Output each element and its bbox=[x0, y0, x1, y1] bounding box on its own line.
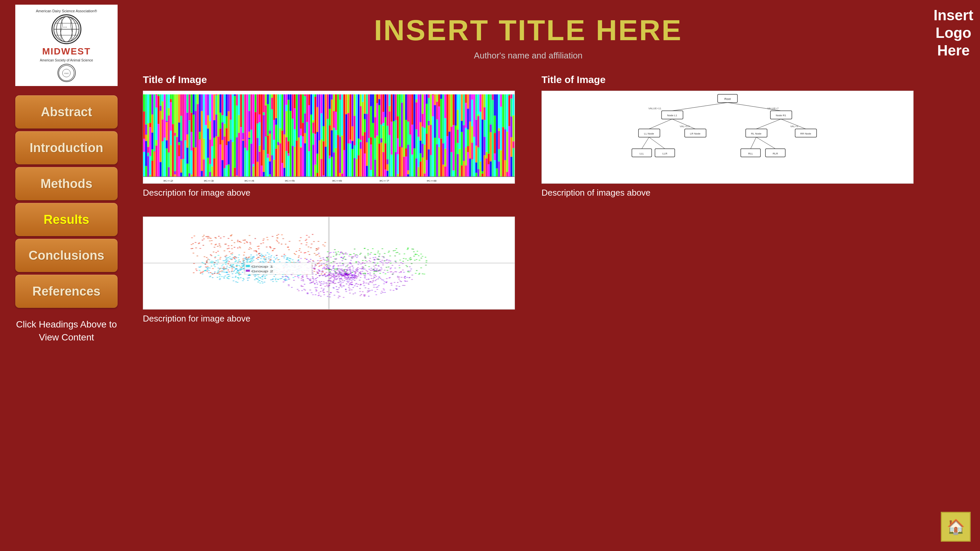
globe-icon: ★★★ bbox=[51, 14, 81, 44]
svg-text:LR Node: LR Node bbox=[690, 132, 701, 135]
svg-line-14 bbox=[672, 103, 727, 111]
logo-bottom-text: American Society of Animal Science bbox=[36, 58, 97, 62]
svg-text:LLR: LLR bbox=[662, 152, 667, 155]
nav-btn-methods[interactable]: Methods bbox=[15, 167, 118, 200]
svg-line-32 bbox=[642, 137, 649, 149]
image-description-3: Description for image above bbox=[143, 314, 515, 324]
svg-text:LL Node: LL Node bbox=[644, 132, 654, 135]
svg-text:VALUE=7: VALUE=7 bbox=[767, 107, 779, 110]
image-section-2: Title of Image Root Node L1 Node R1 bbox=[541, 74, 913, 198]
svg-text:RLR: RLR bbox=[773, 152, 778, 155]
image-section-1: Title of Image Description for image abo… bbox=[143, 74, 515, 198]
images-grid: Title of Image Description for image abo… bbox=[143, 74, 913, 324]
page-title: INSERT TITLE HERE bbox=[143, 13, 913, 47]
home-button[interactable]: 🏠 bbox=[941, 512, 971, 542]
author-affiliation: Author's name and affiliation bbox=[143, 51, 913, 61]
svg-line-26 bbox=[756, 119, 781, 129]
small-circle-logo: ASAS bbox=[57, 64, 76, 82]
nav-btn-conclusions[interactable]: Conclusions bbox=[15, 239, 118, 272]
svg-line-20 bbox=[649, 119, 672, 129]
image-placeholder-2: Root Node L1 Node R1 LL Node LR Nod bbox=[541, 91, 913, 184]
click-hint: Click Headings Above to View Content bbox=[15, 318, 118, 344]
svg-line-38 bbox=[751, 137, 756, 149]
svg-text:Root: Root bbox=[724, 97, 731, 101]
svg-text:Node L1: Node L1 bbox=[667, 114, 677, 117]
sidebar: American Dairy Science Association® ★★★ … bbox=[15, 5, 118, 344]
svg-text:RLL: RLL bbox=[748, 152, 753, 155]
svg-text:★★★: ★★★ bbox=[63, 26, 67, 28]
nav-btn-references[interactable]: References bbox=[15, 275, 118, 308]
image-description-1: Description for image above bbox=[143, 187, 515, 198]
svg-text:LLL: LLL bbox=[640, 152, 644, 155]
svg-text:Node R1: Node R1 bbox=[776, 114, 786, 117]
svg-text:RL Node: RL Node bbox=[751, 132, 762, 135]
logo-midwest-text: MIDWEST bbox=[36, 46, 97, 57]
home-icon: 🏠 bbox=[947, 518, 965, 535]
logo-top-text: American Dairy Science Association® bbox=[36, 9, 97, 13]
image-placeholder-3 bbox=[143, 216, 515, 310]
svg-text:RR Node: RR Node bbox=[800, 132, 811, 135]
image-description-2: Description of images above bbox=[541, 187, 913, 198]
svg-text:VAL=3.5: VAL=3.5 bbox=[680, 125, 690, 128]
svg-text:VALUE=11: VALUE=11 bbox=[649, 107, 662, 110]
nav-btn-results[interactable]: Results bbox=[15, 203, 118, 236]
image-title-2: Title of Image bbox=[541, 74, 913, 85]
svg-line-41 bbox=[756, 137, 775, 149]
image-title-1: Title of Image bbox=[143, 74, 515, 85]
svg-text:ASAS: ASAS bbox=[64, 72, 69, 75]
svg-text:VAL=9: VAL=9 bbox=[790, 125, 798, 128]
insert-logo-placeholder: InsertLogoHere bbox=[934, 6, 974, 59]
organization-logo: American Dairy Science Association® ★★★ … bbox=[15, 5, 118, 86]
svg-line-35 bbox=[649, 137, 665, 149]
image-placeholder-1 bbox=[143, 91, 515, 184]
main-content: INSERT TITLE HERE Author's name and affi… bbox=[130, 0, 927, 551]
image-section-3: Description for image above bbox=[143, 211, 515, 324]
nav-btn-introduction[interactable]: Introduction bbox=[15, 131, 118, 164]
nav-btn-abstract[interactable]: Abstract bbox=[15, 95, 118, 129]
nav-buttons: Abstract Introduction Methods Results Co… bbox=[15, 95, 118, 308]
